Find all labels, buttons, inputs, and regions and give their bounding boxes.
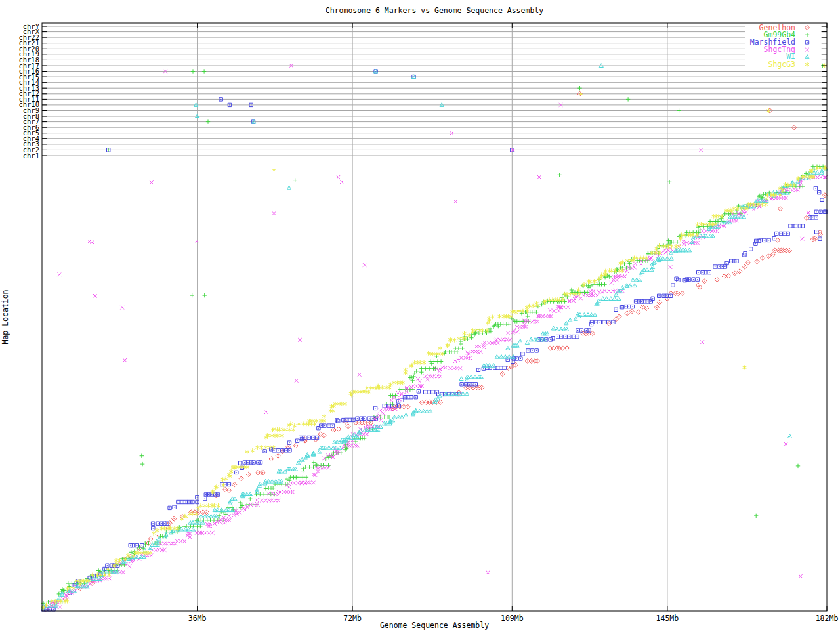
x-tick-label: 36Mb [188,614,207,623]
x-tick-label: 182Mb [816,614,839,623]
series-wi [41,64,828,609]
y-tick-label-chrY: chrY [23,22,40,30]
series-shgctng [44,64,828,609]
series-gm99gb4 [41,64,826,610]
points-layer [41,64,828,612]
series-shgcg3 [41,64,828,610]
series-marshfield [41,70,827,611]
x-axis-title: Genome Sequence Assembly [380,621,489,630]
legend: GenethonGm99Gb4MarshfieldShgcTngWIShgcG3 [745,23,821,70]
axes-layer: 36Mb72Mb109Mb145Mb182Mbchr1chr2chr3chr4c… [18,22,838,623]
legend-label: ShgcG3 [768,60,795,69]
y-axis-title: Map Location [1,289,10,344]
x-tick-label: 72Mb [343,614,362,623]
chart-title: Chromosome 6 Markers vs Genome Sequence … [326,6,543,15]
series-genethon [44,91,828,612]
x-tick-label: 145Mb [656,614,679,623]
chart-svg: 36Mb72Mb109Mb145Mb182Mbchr1chr2chr3chr4c… [0,0,840,630]
chart-figure: 36Mb72Mb109Mb145Mb182Mbchr1chr2chr3chr4c… [0,0,840,630]
x-tick-label: 109Mb [501,614,524,623]
